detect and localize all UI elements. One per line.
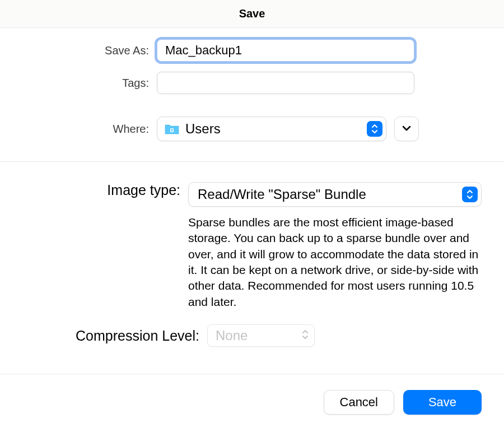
tags-label: Tags: (22, 77, 157, 90)
save-button[interactable]: Save (403, 390, 482, 415)
chevron-down-icon (402, 124, 412, 134)
where-label: Where: (22, 123, 157, 136)
image-type-label: Image type: (22, 182, 188, 198)
window-title: Save (0, 0, 504, 28)
tags-input[interactable] (157, 72, 414, 94)
where-row: Where: Users (22, 117, 482, 141)
where-value: Users (185, 121, 367, 137)
compression-select[interactable]: None (207, 324, 315, 347)
up-down-arrows-icon (302, 329, 309, 342)
up-down-arrows-icon (367, 121, 382, 137)
image-type-value: Read/Write "Sparse" Bundle (198, 187, 462, 202)
image-type-row: Image type: Read/Write "Sparse" Bundle S… (22, 182, 482, 310)
compression-row: Compression Level: None (22, 324, 482, 347)
folder-icon (164, 123, 180, 135)
compression-value: None (216, 328, 302, 343)
tags-row: Tags: (22, 72, 482, 94)
options-section: Image type: Read/Write "Sparse" Bundle S… (0, 162, 504, 374)
compression-label: Compression Level: (22, 328, 207, 344)
up-down-arrows-icon (462, 187, 478, 202)
save-as-label: Save As: (22, 44, 157, 57)
cancel-button[interactable]: Cancel (324, 390, 394, 415)
footer: Cancel Save (0, 374, 504, 430)
image-type-select[interactable]: Read/Write "Sparse" Bundle (188, 182, 482, 207)
where-select[interactable]: Users (157, 117, 386, 141)
file-section: Save As: Tags: Where: (0, 28, 504, 162)
save-as-row: Save As: (22, 39, 482, 62)
image-type-description: Sparse bundles are the most efficient im… (188, 215, 482, 310)
expand-button[interactable] (394, 117, 419, 141)
save-as-input[interactable] (157, 39, 414, 62)
svg-rect-2 (171, 130, 172, 132)
